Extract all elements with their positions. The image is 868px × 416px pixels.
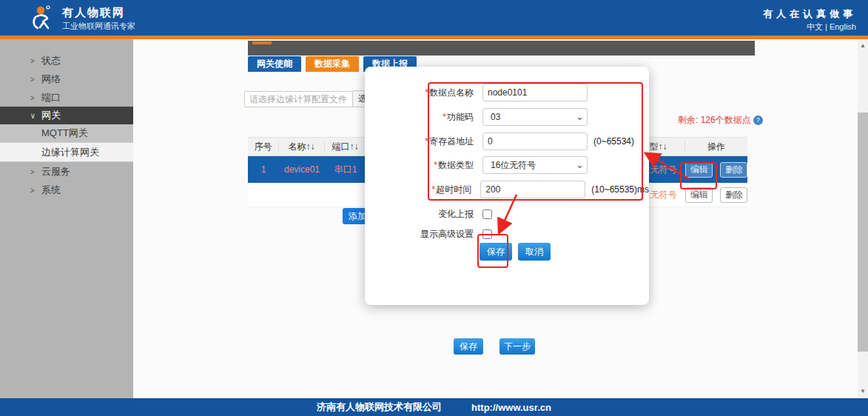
sidebar-item-system[interactable]: >系统 bbox=[0, 181, 133, 199]
field-row-timeout: *超时时间 (10~65535)ms bbox=[365, 180, 649, 199]
field-label: 数据点名称 bbox=[429, 87, 474, 98]
register-address-input[interactable] bbox=[482, 132, 588, 150]
required-asterisk: * bbox=[434, 160, 437, 170]
edit-datapoint-dialog: *数据点名称 *功能码 03⌄ *寄存器地址 (0~65534) *数据类型 1… bbox=[365, 67, 649, 305]
chevron-down-icon: ∨ bbox=[30, 107, 41, 124]
footer-url: http://www.usr.cn bbox=[471, 402, 551, 413]
tab-gateway-enable[interactable]: 网关使能 bbox=[248, 56, 301, 72]
field-label: 显示高级设置 bbox=[365, 228, 474, 241]
field-label: 数据类型 bbox=[438, 160, 474, 170]
language-switch[interactable]: 中文 | English bbox=[807, 21, 856, 33]
checkbox-row-advanced: 显示高级设置 bbox=[365, 224, 649, 244]
sidebar-item-network[interactable]: >网络 bbox=[0, 70, 133, 88]
col-header-name[interactable]: 名称↑↓ bbox=[279, 141, 325, 152]
sidebar: >状态 >网络 >端口 ∨网关 MQTT网关 边缘计算网关 >云服务 >系统 bbox=[0, 39, 133, 398]
footer: 济南有人物联网技术有限公司 http://www.usr.cn bbox=[0, 398, 868, 416]
scroll-down-icon[interactable]: ▼ bbox=[858, 386, 868, 397]
required-asterisk: * bbox=[425, 87, 428, 98]
remaining-points-text: 剩余: 126个数据点 bbox=[678, 114, 751, 127]
chevron-right-icon: > bbox=[30, 89, 41, 107]
dialog-cancel-button[interactable]: 取消 bbox=[518, 243, 551, 261]
field-label: 功能码 bbox=[447, 112, 474, 122]
required-asterisk: * bbox=[432, 184, 436, 195]
page-save-button[interactable]: 保存 bbox=[454, 338, 483, 355]
clipped-element-fragment bbox=[252, 41, 272, 44]
edit-button[interactable]: 编辑 bbox=[685, 162, 713, 178]
config-file-input[interactable] bbox=[244, 91, 355, 107]
chevron-right-icon: > bbox=[30, 52, 41, 70]
field-row-function-code: *功能码 03⌄ bbox=[365, 107, 649, 127]
field-label: 超时时间 bbox=[436, 184, 471, 195]
edit-button[interactable]: 编辑 bbox=[685, 187, 713, 203]
field-label: 变化上报 bbox=[365, 208, 474, 221]
cell-port: 串口1 bbox=[325, 164, 366, 176]
chevron-right-icon: > bbox=[30, 163, 41, 181]
field-row-name: *数据点名称 bbox=[365, 83, 649, 102]
chevron-down-icon: ⌄ bbox=[576, 161, 584, 169]
report-on-change-checkbox[interactable] bbox=[482, 209, 492, 219]
range-hint: (10~65535)ms bbox=[591, 184, 649, 195]
delete-button[interactable]: 删除 bbox=[720, 162, 747, 178]
col-header-actions: 操作 bbox=[685, 141, 747, 152]
field-row-data-type: *数据类型 16位无符号⌄ bbox=[365, 155, 649, 175]
sidebar-item-gateway[interactable]: ∨网关 bbox=[0, 107, 133, 124]
data-type-select[interactable]: 16位无符号⌄ bbox=[482, 156, 588, 174]
timeout-input[interactable] bbox=[480, 181, 585, 198]
required-asterisk: * bbox=[443, 112, 446, 122]
col-header-index: 序号 bbox=[248, 141, 279, 152]
sidebar-item-status[interactable]: >状态 bbox=[0, 51, 133, 70]
brand-title: 有人物联网 bbox=[62, 6, 125, 20]
usr-logo-icon bbox=[28, 4, 56, 33]
app-header: 有人物联网 工业物联网通讯专家 有人在认真做事 中文 | English bbox=[0, 0, 868, 36]
function-code-select[interactable]: 03⌄ bbox=[482, 108, 588, 126]
field-label: 寄存器地址 bbox=[429, 136, 474, 147]
section-header-bar bbox=[248, 41, 755, 56]
datapoint-name-input[interactable] bbox=[482, 84, 588, 101]
col-header-port[interactable]: 端口↑↓ bbox=[325, 141, 366, 152]
sidebar-item-port[interactable]: >端口 bbox=[0, 88, 133, 107]
sidebar-item-mqtt-gateway[interactable]: MQTT网关 bbox=[0, 124, 133, 143]
brand-tagline: 工业物联网通讯专家 bbox=[62, 21, 135, 32]
range-hint: (0~65534) bbox=[593, 136, 634, 147]
checkbox-row-report-on-change: 变化上报 bbox=[365, 204, 649, 224]
chevron-right-icon: > bbox=[30, 181, 41, 200]
page-next-button[interactable]: 下一步 bbox=[499, 338, 535, 355]
delete-button[interactable]: 删除 bbox=[720, 187, 747, 203]
chevron-right-icon: > bbox=[30, 70, 41, 89]
vertical-scrollbar[interactable]: ▲ ▼ bbox=[858, 39, 868, 398]
remaining-points: 剩余: 126个数据点 ? bbox=[678, 114, 763, 127]
footer-company: 济南有人物联网技术有限公司 bbox=[317, 400, 442, 414]
dialog-save-button[interactable]: 保存 bbox=[480, 243, 512, 261]
chevron-down-icon: ⌄ bbox=[576, 113, 584, 121]
field-row-register-address: *寄存器地址 (0~65534) bbox=[365, 132, 649, 151]
header-slogan: 有人在认真做事 bbox=[763, 7, 856, 21]
sidebar-item-edge-gateway[interactable]: 边缘计算网关 bbox=[0, 143, 133, 162]
required-asterisk: * bbox=[425, 136, 428, 147]
scroll-up-icon[interactable]: ▲ bbox=[858, 41, 868, 51]
help-icon[interactable]: ? bbox=[753, 115, 763, 125]
page: 有人物联网 工业物联网通讯专家 有人在认真做事 中文 | English >状态… bbox=[0, 0, 868, 416]
tab-data-collection[interactable]: 数据采集 bbox=[306, 56, 359, 72]
scrollbar-thumb[interactable] bbox=[858, 113, 868, 352]
show-advanced-checkbox[interactable] bbox=[482, 229, 492, 239]
cell-name: device01 bbox=[279, 164, 325, 175]
cell-index: 1 bbox=[248, 164, 279, 175]
sidebar-item-cloud[interactable]: >云服务 bbox=[0, 162, 133, 181]
